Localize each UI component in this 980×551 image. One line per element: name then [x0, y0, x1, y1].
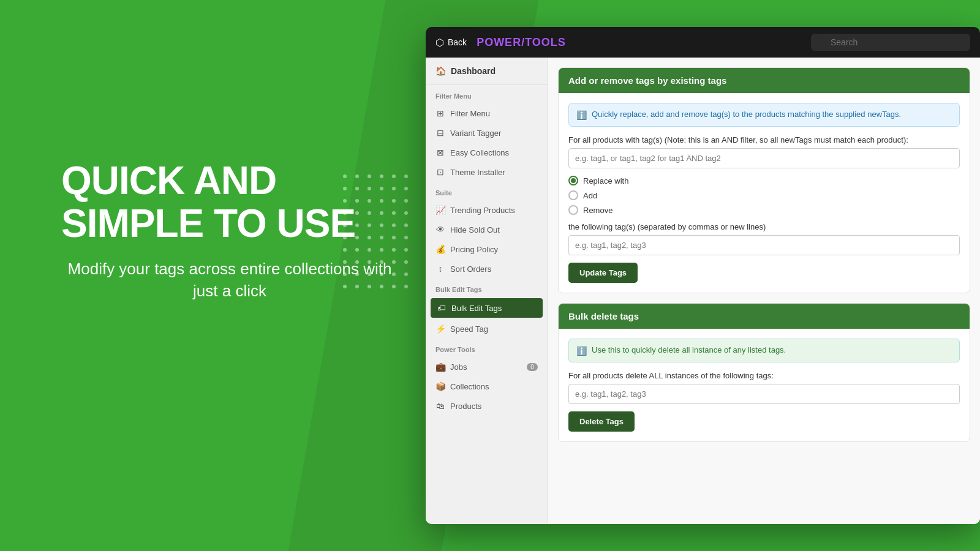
radio-add-label: Add — [583, 191, 597, 200]
add-remove-info-box: ℹ️ Quickly replace, add and remove tag(s… — [568, 103, 960, 127]
sidebar-item-sort-orders[interactable]: ↕ Sort Orders — [426, 259, 548, 279]
pricing-policy-label: Pricing Policy — [450, 245, 498, 254]
hero-area: QUICK AND SIMPLE TO USE Modify your tags… — [61, 159, 398, 302]
info-icon: ℹ️ — [576, 110, 587, 120]
hide-sold-out-icon: 👁 — [435, 225, 445, 234]
sidebar-item-theme-installer[interactable]: ⊡ Theme Installer — [426, 162, 548, 182]
sidebar-item-hide-sold-out[interactable]: 👁 Hide Sold Out — [426, 220, 548, 239]
jobs-icon: 💼 — [435, 362, 445, 372]
back-icon: ⬡ — [435, 37, 444, 48]
sidebar: 🏠 Dashboard Filter Menu ⊞ Filter Menu ⊟ … — [426, 58, 548, 524]
search-input[interactable] — [811, 34, 970, 51]
bulk-edit-tags-label: Bulk Edit Tags — [451, 304, 502, 313]
sidebar-item-easy-collections[interactable]: ⊠ Easy Collections — [426, 143, 548, 162]
radio-replace-circle — [568, 176, 578, 186]
hero-subtitle: Modify your tags across entire collectio… — [61, 258, 398, 302]
collections-icon: 📦 — [435, 381, 445, 391]
bulk-edit-tags-section-label: Bulk Edit Tags — [426, 279, 548, 297]
theme-installer-label: Theme Installer — [450, 168, 505, 177]
sidebar-item-collections[interactable]: 📦 Collections — [426, 377, 548, 396]
sidebar-item-products[interactable]: 🛍 Products — [426, 396, 548, 416]
power-tools-section-label: Power Tools — [426, 339, 548, 357]
sidebar-item-pricing-policy[interactable]: 💰 Pricing Policy — [426, 239, 548, 259]
speed-tag-label: Speed Tag — [450, 324, 488, 334]
sort-orders-icon: ↕ — [435, 264, 445, 274]
bulk-delete-tags-card: Bulk delete tags ℹ️ Use this to quickly … — [558, 303, 970, 442]
delete-tags-input[interactable] — [568, 384, 960, 404]
delete-tags-button[interactable]: Delete Tags — [568, 411, 635, 432]
bulk-delete-info-icon: ℹ️ — [576, 346, 587, 356]
radio-replace-with[interactable]: Replace with — [568, 176, 960, 186]
back-button[interactable]: ⬡ Back — [435, 37, 467, 48]
sidebar-item-jobs[interactable]: 💼 Jobs 0 — [426, 357, 548, 377]
sidebar-item-speed-tag[interactable]: ⚡ Speed Tag — [426, 319, 548, 339]
variant-tagger-icon: ⊟ — [435, 128, 445, 138]
bulk-delete-tags-header: Bulk delete tags — [559, 304, 970, 329]
hide-sold-out-label: Hide Sold Out — [450, 225, 500, 234]
speed-tag-icon: ⚡ — [435, 324, 445, 334]
add-remove-tags-header: Add or remove tags by existing tags — [559, 68, 970, 93]
radio-remove-circle — [568, 205, 578, 215]
easy-collections-icon: ⊠ — [435, 148, 445, 157]
update-tags-button[interactable]: Update Tags — [568, 263, 638, 283]
filter-menu-label: Filter Menu — [450, 109, 490, 118]
brand-logo: POWER/TOOLS — [477, 36, 811, 49]
filter-menu-icon: ⊞ — [435, 108, 445, 118]
app-window: ⬡ Back POWER/TOOLS 🔍 🏠 Dashboard Filter … — [426, 27, 980, 524]
filter-label: For all products with tag(s) (Note: this… — [568, 135, 960, 144]
search-wrapper: 🔍 — [811, 34, 970, 51]
filter-tags-input[interactable] — [568, 148, 960, 168]
top-bar: ⬡ Back POWER/TOOLS 🔍 — [426, 27, 980, 58]
jobs-badge: 0 — [527, 363, 538, 371]
trending-products-icon: 📈 — [435, 205, 445, 215]
products-label: Products — [450, 402, 481, 411]
pricing-policy-icon: 💰 — [435, 244, 445, 254]
bulk-delete-tags-body: ℹ️ Use this to quickly delete all instan… — [559, 329, 970, 441]
add-remove-tags-card: Add or remove tags by existing tags ℹ️ Q… — [558, 67, 970, 293]
bulk-edit-tags-icon: 🏷 — [437, 303, 447, 313]
jobs-label: Jobs — [450, 362, 467, 372]
variant-tagger-label: Variant Tagger — [450, 129, 501, 138]
suite-section-label: Suite — [426, 182, 548, 200]
right-panel: Add or remove tags by existing tags ℹ️ Q… — [548, 58, 980, 524]
radio-remove-label: Remove — [583, 206, 612, 215]
main-content: 🏠 Dashboard Filter Menu ⊞ Filter Menu ⊟ … — [426, 58, 980, 524]
radio-group: Replace with Add Remove — [568, 176, 960, 215]
trending-products-label: Trending Products — [450, 206, 515, 215]
sidebar-item-bulk-edit-tags[interactable]: 🏷 Bulk Edit Tags — [431, 298, 543, 318]
sidebar-item-filter-menu[interactable]: ⊞ Filter Menu — [426, 103, 548, 123]
sidebar-item-trending-products[interactable]: 📈 Trending Products — [426, 200, 548, 220]
add-remove-tags-body: ℹ️ Quickly replace, add and remove tag(s… — [559, 93, 970, 293]
bulk-delete-info-box: ℹ️ Use this to quickly delete all instan… — [568, 339, 960, 362]
hero-title: QUICK AND SIMPLE TO USE — [61, 159, 398, 246]
sort-orders-label: Sort Orders — [450, 264, 491, 274]
new-tags-input[interactable] — [568, 235, 960, 255]
sidebar-dashboard[interactable]: 🏠 Dashboard — [426, 58, 548, 85]
radio-replace-label: Replace with — [583, 176, 628, 186]
sidebar-item-variant-tagger[interactable]: ⊟ Variant Tagger — [426, 123, 548, 143]
theme-installer-icon: ⊡ — [435, 167, 445, 177]
tags-label: the following tag(s) (separated by comma… — [568, 222, 960, 231]
dashboard-label: Dashboard — [451, 66, 496, 76]
radio-add-circle — [568, 190, 578, 200]
easy-collections-label: Easy Collections — [450, 148, 509, 157]
products-icon: 🛍 — [435, 401, 445, 411]
radio-remove[interactable]: Remove — [568, 205, 960, 215]
delete-label: For all products delete ALL instances of… — [568, 371, 960, 380]
dashboard-icon: 🏠 — [435, 66, 446, 76]
add-remove-info-text: Quickly replace, add and remove tag(s) t… — [592, 110, 901, 119]
back-label: Back — [448, 37, 467, 47]
radio-add[interactable]: Add — [568, 190, 960, 200]
filter-menu-section-label: Filter Menu — [426, 85, 548, 103]
bulk-delete-info-text: Use this to quickly delete all instance … — [592, 345, 786, 354]
collections-label: Collections — [450, 382, 489, 391]
